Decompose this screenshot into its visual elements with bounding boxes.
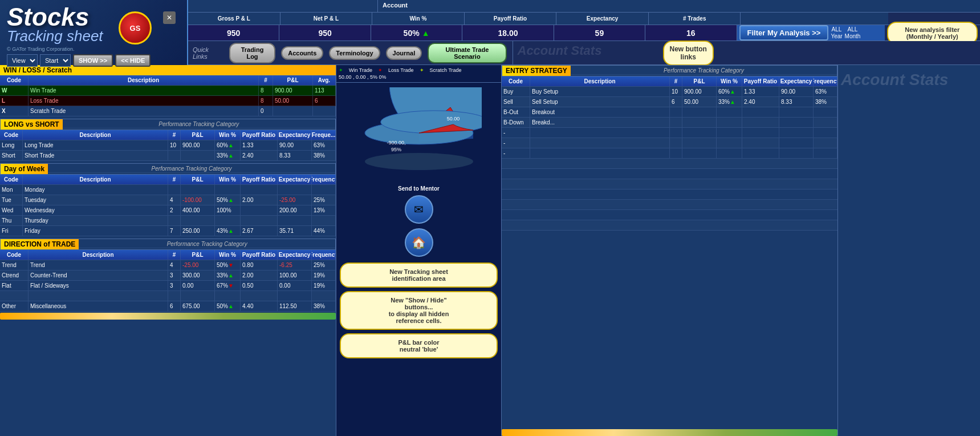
dow-wed-row: Wed Wednesday 2 400.00 100% 200.00 13% [0,205,336,216]
trading-log-btn[interactable]: Trading Log [229,43,275,63]
tue-win: 50% ▲ [215,195,241,205]
dir-win-hdr: Win % [215,250,241,260]
other-desc: Miscellaneous [29,301,168,311]
ctrend-row: Ctrend Counter-Trend 3 300.00 33% ▲ 2.00… [0,271,336,281]
terminology-btn[interactable]: Terminology [329,46,380,60]
view-dropdown[interactable]: View [7,54,38,67]
bdown-expect [779,118,814,127]
dir-empty-desc [29,291,168,301]
fri-freq: 44% [312,226,336,236]
entry-strategy-section: ENTRY STRATEGY Performance Tracking Cate… [502,65,837,231]
dow-title-row: Day of Week Performance Tracking Categor… [0,163,336,175]
es-perf-bar: Performance Tracking Category [571,67,837,75]
start-dropdown[interactable]: Start [40,54,71,67]
header-right: Account Gross P & L Net P & L Win % Payo… [188,0,980,65]
quick-links-title: Quick Links [193,46,222,60]
home-button[interactable]: 🏠 [405,228,433,257]
callout-area: New Tracking sheetidentification area Ne… [336,259,501,436]
bottom-gradient-bar [0,313,336,320]
show-button[interactable]: SHOW >> [73,54,113,67]
dow-pl-hdr: P&L [181,175,215,184]
es-code-hdr: Code [502,76,530,86]
app-container: Stocks Tracking sheet GS ✕ © GATor Tradi… [0,0,980,436]
long-short-header-row: Code Description # P&L Win % Payoff Rati… [0,130,336,140]
thu-freq [312,216,336,225]
stats-content: Account Stats [838,65,980,436]
win-pct-header: Win % [372,13,465,25]
mon-num [168,185,181,195]
dir-expect-hdr: Expectancy [278,250,312,260]
win-avg: 113 [313,86,336,95]
tue-pl: -100.00 [181,195,215,205]
stats-values-row: 950 950 50% ▲ 18.00 59 16 Filter My Anal… [188,25,980,41]
es-empty7 [502,189,837,200]
filter-all-year: ALLYear [831,26,842,40]
mon-pl [181,185,215,195]
wl-pl-header: P&L [273,75,313,85]
flat-expect: 0.00 [278,281,312,290]
other-win: 50% ▲ [215,301,241,311]
chart-column: ✦ Win Trade ✦ Loss Trade ✦ Scratch Trade… [336,65,502,436]
tue-freq: 25% [312,195,336,205]
other-row: Other Miscellaneous 6 675.00 50% ▲ 4.40 … [0,301,336,312]
dir-pl-hdr: P&L [181,250,215,260]
wed-num: 2 [168,205,181,215]
fri-expect: 35.71 [278,226,312,236]
short-pl [181,151,215,160]
mon-win [215,185,241,195]
ctrend-code: Ctrend [0,271,29,280]
es-title-bar: ENTRY STRATEGY [502,66,571,76]
bout-freq [814,107,837,117]
other-pl: 675.00 [181,301,215,311]
other-num: 6 [168,301,181,311]
es-payoff-hdr: Payoff Ratio [742,76,779,86]
tue-desc: Tuesday [23,195,168,205]
scratch-num: 0 [259,106,273,116]
win-num: 8 [259,86,273,95]
ls-pl-hdr: P&L [181,130,215,140]
short-num [168,151,181,160]
mon-payoff [241,185,278,195]
dir-empty-pl [181,291,215,301]
quick-links-row: Quick Links Trading Log Accounts Termino… [188,41,980,65]
win-pct-text: 50% [404,29,420,38]
logo-badge: GS [119,11,152,45]
es-empty6 [502,179,837,189]
close-btn[interactable]: ✕ [163,11,176,24]
trend-desc: Trend [29,260,168,270]
send-mentor-button[interactable]: ✉ [405,195,433,224]
dir-perf-title: Performance Tracking Category [167,241,247,247]
sell-payoff: 2.40 [742,97,779,107]
legend-scratch-label: Scratch Trade [430,67,462,73]
tue-expect: -25.00 [278,195,312,205]
flat-freq: 19% [312,281,336,290]
account-label: Account [377,0,412,12]
loss-row: L Loss Trade 8 50.00 6 [0,96,336,106]
es-win-hdr: Win % [717,76,742,86]
thu-win [215,216,241,225]
accounts-btn[interactable]: Accounts [281,46,323,60]
short-win: 33% ▲ [215,151,241,160]
trades-header: # Trades [649,13,741,25]
wed-pl: 400.00 [181,205,215,215]
win-loss-title: WIN / LOSS / Scratch [3,66,72,74]
journal-btn[interactable]: Journal [386,46,422,60]
filter-button[interactable]: Filter My Analysis >> [739,25,829,41]
long-short-perf-bar: Performance Tracking Category [63,120,335,128]
net-pl-header: Net P & L [280,13,373,25]
es-header-row: Code Description # P&L Win % Payoff Rati… [502,76,837,87]
es-title: ENTRY STRATEGY [506,67,567,75]
dow-thu-row: Thu Thursday [0,216,336,226]
bout-payoff [742,107,779,117]
legend-row: ✦ Win Trade ✦ Loss Trade ✦ Scratch Trade [339,67,499,73]
show-hide-callout: New "Show / Hide"buttons...to display al… [340,291,498,330]
bdown-code: B-Down [502,118,530,127]
ultimate-trade-btn[interactable]: Ultimate Trade Scenario [428,43,506,63]
short-code: Short [0,151,23,160]
hide-button[interactable]: << HIDE [115,54,151,67]
es-title-row: ENTRY STRATEGY Performance Tracking Cate… [502,65,837,76]
legend-win-marker: ✦ [339,67,343,73]
svg-text:50.00: 50.00 [446,116,459,122]
scratch-code: X [0,106,29,116]
long-pl: 900.00 [181,140,215,150]
